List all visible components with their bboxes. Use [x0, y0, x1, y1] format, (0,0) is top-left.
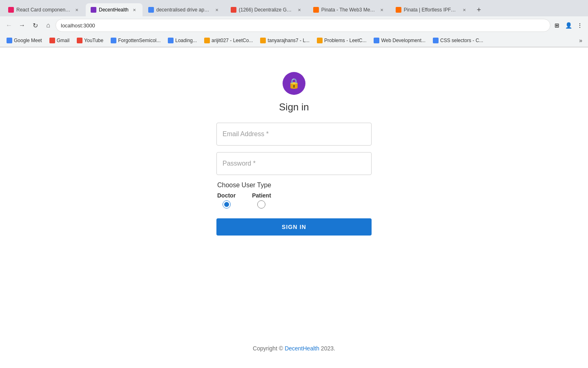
bookmark-label-tanya: tanyarajhans7 - L... — [267, 38, 310, 43]
bookmark-label-loading: Loading... — [175, 38, 197, 43]
tab-title-3: decentralised drive app - C... — [156, 7, 211, 13]
nav-icons: ⊞ 👤 ⋮ — [552, 20, 585, 30]
tab-close-6[interactable]: ✕ — [461, 7, 468, 13]
tab-close-1[interactable]: ✕ — [74, 7, 80, 13]
bookmark-favicon-youtube — [77, 38, 82, 43]
user-type-label: Choose User Type — [217, 182, 271, 189]
bookmark-favicon-loading — [168, 38, 174, 43]
bookmark-label-meet: Google Meet — [14, 38, 42, 43]
bookmark-favicon-tanya — [260, 38, 266, 43]
back-button[interactable]: ← — [3, 20, 15, 31]
patient-label: Patient — [252, 192, 271, 199]
bookmark-problems[interactable]: Problems - LeetC... — [314, 36, 370, 45]
tab-bar: React Card component - M... ✕ DecentHeal… — [0, 0, 588, 16]
tab-title-6: Pinata | Effortless IPFS File... — [404, 7, 459, 13]
navigation-bar: ← → ↻ ⌂ ⊞ 👤 ⋮ — [0, 16, 588, 34]
tab-close-5[interactable]: ✕ — [379, 7, 385, 13]
tab-favicon-4 — [231, 7, 236, 13]
bookmark-webdev[interactable]: Web Development... — [370, 36, 429, 45]
bookmark-loading[interactable]: Loading... — [165, 36, 200, 45]
bookmark-arijit[interactable]: arijit027 - LeetCo... — [201, 36, 256, 45]
bookmark-gmail[interactable]: Gmail — [46, 36, 73, 45]
home-button[interactable]: ⌂ — [42, 20, 54, 31]
tab-drive[interactable]: decentralised drive app - C... ✕ — [143, 3, 225, 16]
bookmark-tanya[interactable]: tanyarajhans7 - L... — [257, 36, 313, 45]
menu-icon[interactable]: ⋮ — [575, 20, 585, 30]
bookmark-favicon-meet — [7, 38, 12, 43]
bookmark-favicon-gmail — [49, 38, 55, 43]
tab-pinata1[interactable]: Pinata - The Web3 Media P... ✕ — [308, 3, 390, 16]
reload-button[interactable]: ↻ — [29, 20, 41, 31]
tab-title-2: DecentHealth — [99, 7, 129, 13]
sign-in-title: Sign in — [279, 101, 309, 113]
bookmark-youtube[interactable]: YouTube — [74, 36, 107, 45]
new-tab-button[interactable]: + — [473, 4, 485, 16]
forward-button[interactable]: → — [16, 20, 28, 31]
bookmark-favicon-problems — [317, 38, 323, 43]
bookmark-favicon-forgotten — [111, 38, 116, 43]
tab-youtube[interactable]: (1266) Decentralize Googl... ✕ — [226, 3, 307, 16]
bookmark-google-meet[interactable]: Google Meet — [3, 36, 45, 45]
bookmark-favicon-webdev — [374, 38, 379, 43]
bookmark-favicon-arijit — [204, 38, 210, 43]
tab-close-4[interactable]: ✕ — [296, 7, 303, 13]
footer-link[interactable]: DecentHealth — [285, 345, 319, 352]
doctor-label: Doctor — [217, 192, 236, 199]
profile-icon[interactable]: 👤 — [564, 20, 573, 30]
footer-year-text: 2023. — [319, 345, 335, 352]
tab-decenthealth[interactable]: DecentHealth ✕ — [86, 3, 143, 16]
browser-chrome: React Card component - M... ✕ DecentHeal… — [0, 0, 588, 47]
password-input[interactable] — [216, 152, 372, 175]
bookmark-label-gmail: Gmail — [57, 38, 69, 43]
sign-in-container: 🔒 Sign in Choose User Type Doctor Patien… — [0, 72, 588, 236]
email-input[interactable] — [216, 123, 372, 146]
tab-pinata2[interactable]: Pinata | Effortless IPFS File... ✕ — [391, 3, 472, 16]
footer: Copyright © DecentHealth 2023. — [0, 345, 588, 352]
form-container: Choose User Type Doctor Patient SIGN IN — [216, 123, 372, 236]
bookmarks-bar: Google Meet Gmail YouTube ForgottenSemic… — [0, 34, 588, 47]
tab-title-1: React Card component - M... — [16, 7, 71, 13]
tab-close-3[interactable]: ✕ — [214, 7, 220, 13]
bookmark-label-youtube: YouTube — [84, 38, 103, 43]
radio-group: Doctor Patient — [217, 192, 271, 209]
bookmarks-overflow-button[interactable]: » — [577, 36, 585, 45]
extensions-icon[interactable]: ⊞ — [552, 20, 562, 30]
radio-option-doctor: Doctor — [217, 192, 236, 209]
tab-favicon-5 — [313, 7, 319, 13]
user-type-section: Choose User Type Doctor Patient — [216, 182, 372, 209]
footer-copyright-text: Copyright © — [253, 345, 285, 352]
lock-avatar: 🔒 — [283, 72, 305, 95]
tab-favicon-3 — [148, 7, 154, 13]
tab-favicon-1 — [8, 7, 14, 13]
tab-title-4: (1266) Decentralize Googl... — [239, 7, 294, 13]
bookmark-forgotten[interactable]: ForgottenSemicol... — [107, 36, 164, 45]
bookmark-label-css: CSS selectors - C... — [440, 38, 483, 43]
radio-option-patient: Patient — [252, 192, 271, 209]
lock-icon: 🔒 — [288, 78, 300, 89]
sign-in-button[interactable]: SIGN IN — [216, 218, 372, 236]
page-content: 🔒 Sign in Choose User Type Doctor Patien… — [0, 47, 588, 368]
bookmark-favicon-css — [433, 38, 439, 43]
doctor-radio[interactable] — [223, 200, 231, 209]
bookmark-label-webdev: Web Development... — [381, 38, 425, 43]
tab-favicon-6 — [396, 7, 401, 13]
tab-close-2[interactable]: ✕ — [131, 7, 138, 13]
bookmark-label-problems: Problems - LeetC... — [324, 38, 366, 43]
tab-react-card[interactable]: React Card component - M... ✕ — [3, 3, 85, 16]
patient-radio[interactable] — [257, 200, 265, 209]
bookmark-css[interactable]: CSS selectors - C... — [430, 36, 486, 45]
tab-favicon-2 — [91, 7, 96, 13]
tab-title-5: Pinata - The Web3 Media P... — [321, 7, 376, 13]
bookmark-label-forgotten: ForgottenSemicol... — [118, 38, 160, 43]
address-bar[interactable] — [56, 19, 550, 32]
bookmark-label-arijit: arijit027 - LeetCo... — [212, 38, 253, 43]
